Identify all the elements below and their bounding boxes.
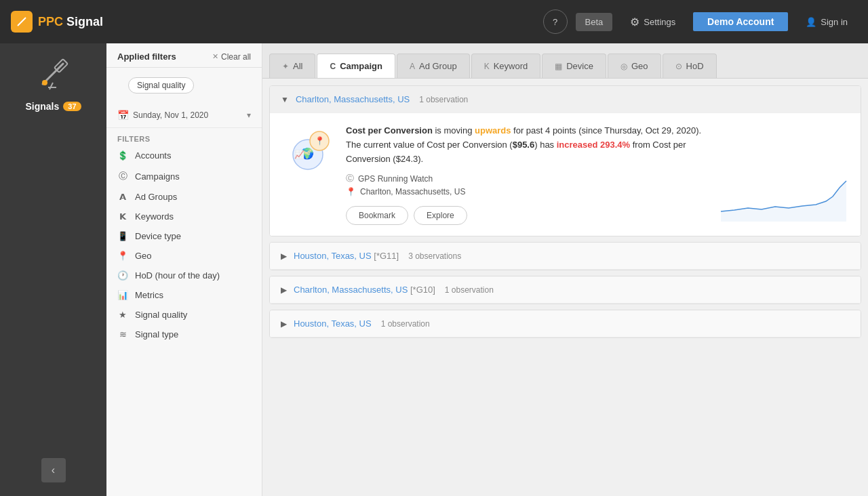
svg-text:📈: 📈 <box>294 149 304 159</box>
signal-icon-area: 🌍 📍 📈 <box>281 124 335 178</box>
signal-group-group3: ▶ Charlton, Massachusetts, US [*G10] 1 o… <box>269 276 861 304</box>
geo-tab-icon: ◎ <box>620 62 627 71</box>
group-header-group1[interactable]: ▼ Charlton, Massachusetts, US 1 observat… <box>270 86 861 113</box>
date-filter-row[interactable]: 📅 Sunday, Nov 1, 2020 ▾ <box>106 103 262 128</box>
logo-icon <box>11 11 33 33</box>
tab-ad-group[interactable]: AAd Group <box>397 54 470 78</box>
tabs-bar: ✦AllCCampaignAAd GroupKKeyword▦Device◎Ge… <box>262 43 868 79</box>
filter-item-metrics[interactable]: 📊Metrics <box>106 285 262 305</box>
ad-groups-filter-icon: 𝗔 <box>117 192 128 202</box>
help-button[interactable]: ? <box>543 9 568 34</box>
gear-icon: ⚙ <box>630 16 639 28</box>
group-header-group2[interactable]: ▶ Houston, Texas, US [*G11] 3 observatio… <box>270 243 861 270</box>
group-header-group3[interactable]: ▶ Charlton, Massachusetts, US [*G10] 1 o… <box>270 276 861 304</box>
logo-area: PPC Signal <box>11 11 106 33</box>
campaign-icon: Ⓒ <box>346 173 354 184</box>
svg-line-5 <box>50 83 53 89</box>
group-location-group3[interactable]: Charlton, Massachusetts, US [*G10] <box>294 285 435 295</box>
tab-device[interactable]: ▦Device <box>542 54 606 78</box>
tab-hod[interactable]: ⊙HoD <box>663 54 717 78</box>
group-obs-count-group3: 1 observation <box>445 285 494 295</box>
all-tab-icon: ✦ <box>282 62 289 71</box>
campaign-meta: Ⓒ GPS Running Watch <box>346 173 703 184</box>
bookmark-button[interactable]: Bookmark <box>346 206 408 225</box>
campaigns-filter-icon: Ⓒ <box>117 170 128 182</box>
settings-button[interactable]: ⚙ Settings <box>620 12 685 33</box>
group-obs-count-group4: 1 observation <box>381 319 430 329</box>
tab-all[interactable]: ✦All <box>269 54 315 78</box>
telescope-icon <box>36 57 70 97</box>
signal-actions: Bookmark Explore <box>346 206 703 225</box>
svg-marker-12 <box>721 181 846 222</box>
filter-item-ad-groups[interactable]: 𝗔Ad Groups <box>106 187 262 207</box>
group-obs-count-group1: 1 observation <box>419 95 468 104</box>
signal-chart-area <box>714 124 850 225</box>
collapse-icon[interactable]: ‹ <box>41 458 66 482</box>
group-header-group4[interactable]: ▶ Houston, Texas, US 1 observation <box>270 310 861 337</box>
signal-quality-filter-tag[interactable]: Signal quality <box>128 77 194 94</box>
calendar-icon: 📅 <box>117 110 129 121</box>
logo-text: PPC Signal <box>38 15 103 29</box>
demo-account-button[interactable]: Demo Account <box>693 12 788 31</box>
group-obs-count-group2: 3 observations <box>408 251 461 261</box>
hod-filter-icon: 🕐 <box>117 270 128 281</box>
sidebar-collapse-button[interactable]: ‹ <box>0 458 106 482</box>
filter-item-signal-quality[interactable]: ★Signal quality <box>106 305 262 325</box>
filter-item-hod[interactable]: 🕐HoD (hour of the day) <box>106 266 262 285</box>
signals-area: ▼ Charlton, Massachusetts, US 1 observat… <box>262 79 868 350</box>
signal-group-group1: ▼ Charlton, Massachusetts, US 1 observat… <box>269 85 861 236</box>
filter-item-keywords[interactable]: 𝗞Keywords <box>106 207 262 226</box>
group-arrow-group4: ▶ <box>281 319 287 329</box>
filters-panel: Applied filters ✕ Clear all Signal quali… <box>106 43 262 496</box>
campaign-tab-icon: C <box>330 62 336 71</box>
group-arrow-group1: ▼ <box>281 95 289 104</box>
sidebar: Signals 37 ‹ <box>0 43 106 496</box>
signal-content: Cost per Conversion is moving upwards fo… <box>346 124 703 225</box>
clear-icon: ✕ <box>212 52 218 61</box>
filter-item-campaigns[interactable]: ⒸCampaigns <box>106 165 262 187</box>
tab-geo[interactable]: ◎Geo <box>608 54 661 78</box>
signal-quality-filter-icon: ★ <box>117 310 128 320</box>
sidebar-signals-section: Signals 37 <box>25 57 81 112</box>
signal-meta: Ⓒ GPS Running Watch 📍 Charlton, Massachu… <box>346 173 703 197</box>
explore-button[interactable]: Explore <box>414 206 467 225</box>
ad-group-tab-icon: A <box>410 62 415 71</box>
svg-point-4 <box>42 80 47 85</box>
location-icon: 📍 <box>346 187 356 197</box>
hod-tab-icon: ⊙ <box>675 62 682 71</box>
group-location-group2[interactable]: Houston, Texas, US [*G11] <box>294 251 399 261</box>
svg-text:📍: 📍 <box>315 136 325 146</box>
signal-group-group4: ▶ Houston, Texas, US 1 observation <box>269 310 861 338</box>
beta-badge: Beta <box>576 13 613 31</box>
filters-header: Applied filters ✕ Clear all <box>106 43 262 68</box>
device-tab-icon: ▦ <box>555 62 562 71</box>
filter-item-accounts[interactable]: 💲Accounts <box>106 146 262 165</box>
filter-item-signal-type[interactable]: ≋Signal type <box>106 325 262 344</box>
filters-section-title: Filters <box>106 128 262 146</box>
filter-item-geo[interactable]: 📍Geo <box>106 246 262 266</box>
device-type-filter-icon: 📱 <box>117 231 128 241</box>
metrics-filter-icon: 📊 <box>117 290 128 300</box>
keywords-filter-icon: 𝗞 <box>117 211 128 222</box>
tab-campaign[interactable]: CCampaign <box>317 54 395 78</box>
geo-filter-icon: 📍 <box>117 251 128 261</box>
clear-all-button[interactable]: ✕ Clear all <box>212 52 251 62</box>
signal-group-group2: ▶ Houston, Texas, US [*G11] 3 observatio… <box>269 242 861 270</box>
tab-keyword[interactable]: KKeyword <box>471 54 541 78</box>
applied-filters-title: Applied filters <box>117 51 176 62</box>
signal-card-group1: 🌍 📍 📈 Cost per Conversion is moving upwa… <box>270 113 861 236</box>
filter-item-device-type[interactable]: 📱Device type <box>106 226 262 246</box>
group-arrow-group3: ▶ <box>281 285 287 295</box>
signals-nav-item[interactable]: Signals 37 <box>25 101 81 112</box>
keyword-tab-icon: K <box>484 62 490 71</box>
group-arrow-group2: ▶ <box>281 251 287 261</box>
signin-button[interactable]: 👤 Sign in <box>796 13 857 31</box>
user-icon: 👤 <box>806 17 816 27</box>
signals-count-badge: 37 <box>63 102 81 111</box>
group-location-group4[interactable]: Houston, Texas, US <box>294 318 372 329</box>
location-meta: 📍 Charlton, Massachusetts, US <box>346 187 703 197</box>
group-location-group1[interactable]: Charlton, Massachusetts, US <box>296 94 410 104</box>
top-nav: PPC Signal ? Beta ⚙ Settings Demo Accoun… <box>0 0 868 43</box>
accounts-filter-icon: 💲 <box>117 150 128 161</box>
date-chevron-icon: ▾ <box>247 110 251 120</box>
